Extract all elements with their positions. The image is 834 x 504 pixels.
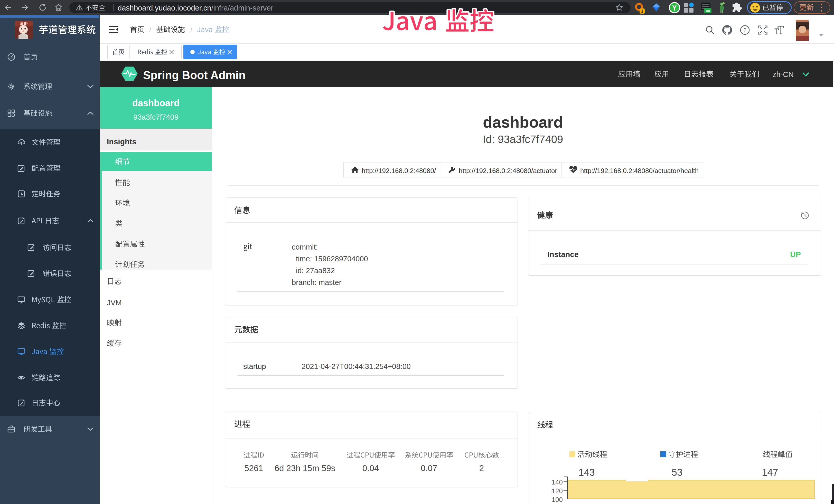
svg-text:1: 1: [641, 9, 643, 13]
svg-text:on: on: [706, 9, 710, 13]
svg-text:?: ?: [743, 27, 746, 33]
